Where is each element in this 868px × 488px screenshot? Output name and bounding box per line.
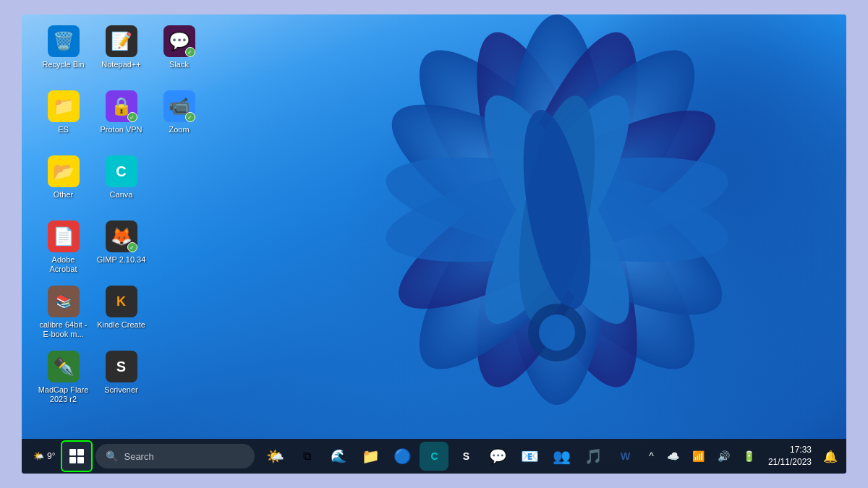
notification-bell[interactable]: 🔔 bbox=[820, 447, 841, 466]
desktop-icon-calibre[interactable]: 📚 calibre 64bit - E-book m... bbox=[36, 282, 90, 347]
wallpaper-flower bbox=[304, 14, 810, 441]
svg-point-14 bbox=[539, 314, 575, 351]
windows-logo-icon bbox=[69, 449, 84, 463]
weather-temp: 9° bbox=[47, 451, 55, 461]
desktop-icon-recycle-bin[interactable]: 🗑️ Recycle Bin bbox=[36, 22, 90, 87]
clock-date: 21/11/2023 bbox=[768, 456, 812, 468]
search-bar[interactable]: 🔍 Search bbox=[95, 444, 255, 468]
taskbar-app-widgets[interactable]: 🌤️ bbox=[260, 442, 289, 471]
desktop-icon-adobe-acrobat[interactable]: 📄 Adobe Acrobat bbox=[36, 217, 90, 282]
desktop-icon-canva[interactable]: C Canva bbox=[94, 152, 148, 217]
desktop-icon-proton-vpn[interactable]: 🔒 ✓ Proton VPN bbox=[94, 87, 148, 152]
search-icon: 🔍 bbox=[106, 450, 118, 462]
desktop-icon-zoom[interactable]: 📹 ✓ Zoom bbox=[152, 87, 206, 152]
weather-icon: 🌤️ bbox=[33, 451, 44, 461]
clock-time: 17:33 bbox=[768, 444, 812, 456]
bell-icon: 🔔 bbox=[823, 450, 838, 463]
tray-wifi[interactable]: 📶 bbox=[688, 449, 709, 463]
taskbar-app-scrivener[interactable]: S bbox=[451, 442, 480, 471]
proton-badge: ✓ bbox=[127, 112, 137, 122]
desktop-icon-kindle-create[interactable]: K Kindle Create bbox=[94, 282, 148, 347]
desktop-icon-notepad-plus[interactable]: 📝 Notepad++ bbox=[94, 22, 148, 87]
desktop: 🗑️ Recycle Bin 📝 Notepad++ 💬 ✓ Slack 📁 E… bbox=[22, 14, 846, 474]
taskbar-app-task-view[interactable]: ⧉ bbox=[292, 442, 321, 471]
zoom-badge: ✓ bbox=[185, 112, 195, 122]
clock[interactable]: 17:33 21/11/2023 bbox=[764, 442, 816, 470]
taskbar-app-slack[interactable]: 💬 bbox=[483, 442, 512, 471]
taskbar-apps: 🌤️ ⧉ 🌊 📁 🔵 C S 💬 📧 👥 🎵 W bbox=[260, 442, 639, 471]
taskbar-app-outlook[interactable]: 📧 bbox=[515, 442, 544, 471]
taskbar-app-spotify[interactable]: 🎵 bbox=[579, 442, 608, 471]
taskbar: 🌤️ 9° 🔍 Search 🌤️ ⧉ 🌊 📁 🔵 C S 💬 📧 👥 bbox=[22, 439, 846, 474]
taskbar-app-file-explorer[interactable]: 📁 bbox=[356, 442, 385, 471]
desktop-icon-es[interactable]: 📁 ES bbox=[36, 87, 90, 152]
gimp-badge: ✓ bbox=[127, 242, 137, 252]
desktop-icon-scrivener[interactable]: S Scrivener bbox=[94, 347, 148, 412]
tray-battery[interactable]: 🔋 bbox=[739, 449, 760, 463]
system-tray: ^ ☁️ 📶 🔊 🔋 17:33 21/11/2023 🔔 bbox=[644, 442, 841, 470]
tray-volume[interactable]: 🔊 bbox=[713, 449, 734, 463]
taskbar-app-canva[interactable]: C bbox=[420, 442, 448, 471]
taskbar-app-edge[interactable]: 🌊 bbox=[324, 442, 353, 471]
taskbar-app-chrome[interactable]: 🔵 bbox=[388, 442, 417, 471]
slack-badge: ✓ bbox=[185, 47, 195, 57]
taskbar-app-teams[interactable]: 👥 bbox=[547, 442, 576, 471]
tray-onedrive[interactable]: ☁️ bbox=[663, 449, 684, 463]
weather-widget[interactable]: 🌤️ 9° bbox=[27, 448, 61, 464]
desktop-icon-slack[interactable]: 💬 ✓ Slack bbox=[152, 22, 206, 87]
start-button[interactable] bbox=[61, 440, 93, 472]
search-label: Search bbox=[124, 451, 153, 462]
desktop-icon-madcap-flare[interactable]: ✒️ MadCap Flare 2023 r2 bbox=[36, 347, 90, 412]
tray-chevron[interactable]: ^ bbox=[644, 449, 658, 463]
taskbar-app-word[interactable]: W bbox=[610, 442, 639, 471]
desktop-icons-area: 🗑️ Recycle Bin 📝 Notepad++ 💬 ✓ Slack 📁 E… bbox=[36, 22, 210, 474]
desktop-icon-gimp[interactable]: 🦊 ✓ GIMP 2.10.34 bbox=[94, 217, 148, 282]
desktop-icon-other[interactable]: 📂 Other bbox=[36, 152, 90, 217]
